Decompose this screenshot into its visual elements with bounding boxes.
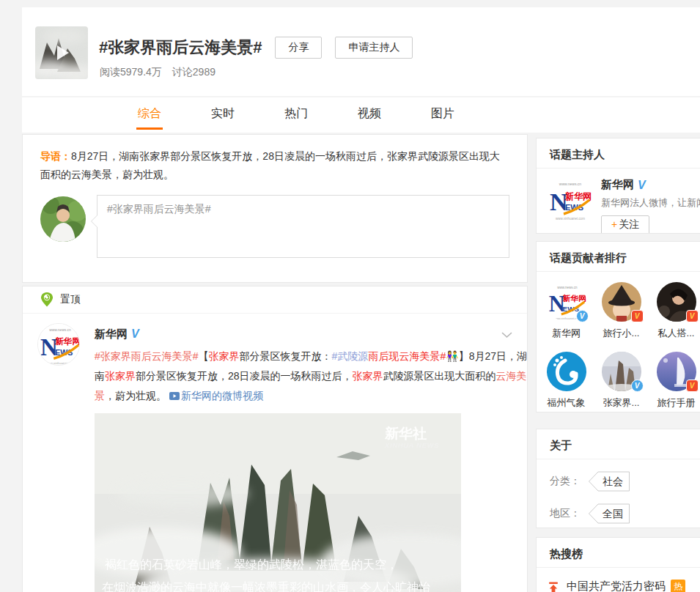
plus-icon: +	[611, 218, 617, 230]
hot-badge: 热	[671, 580, 685, 592]
video-subtitle-line1: 褐红色的石英砂岩山峰，翠绿的武陵松，湛蓝色的天空，	[105, 558, 398, 571]
post-composer: #张家界雨后云海美景#	[40, 195, 509, 258]
reads-count: 阅读5979.4万	[100, 66, 162, 78]
svg-text:社会: 社会	[603, 476, 623, 487]
contributor-travel-blogger[interactable]: V 旅行小...	[594, 282, 648, 340]
post-video-thumbnail[interactable]: 新华社 XINHUA NEWS 褐红色的石英砂岩山峰，翠绿的武陵松，湛蓝色的天空…	[95, 413, 461, 592]
contributor-zhangjiajie[interactable]: V 张家界...	[594, 352, 648, 410]
contributor-private-stylist[interactable]: V 私人搭...	[649, 282, 700, 340]
intro-card: 导语：8月27日，湖南张家界部分景区恢复开放，28日凌晨的一场秋雨过后，张家界武…	[22, 134, 528, 283]
video-watermark-en: XINHUA NEWS	[384, 442, 439, 449]
contributors-card: 话题贡献者排行 V 新华网 V 旅行小... V 私人搭... 福州气象 V 张…	[536, 241, 700, 412]
weibo-video-link[interactable]: 新华网的微博视频	[169, 390, 263, 402]
category-label: 分类：	[550, 475, 588, 488]
discussions-count: 讨论2989	[172, 66, 215, 78]
highlight-keyword: 张家界	[105, 370, 136, 382]
video-watermark-cn: 新华社	[384, 426, 427, 441]
host-description: 新华网法人微博，让新闻离你	[601, 196, 700, 210]
contributor-fuzhou-weather[interactable]: 福州气象	[539, 352, 593, 410]
composer-input[interactable]: #张家界雨后云海美景#	[97, 195, 509, 258]
about-card: 关于 分类： 社会 地区： 全国	[536, 429, 700, 528]
contributor-travel-handbook[interactable]: V 旅行手册	[649, 352, 700, 410]
post-author-name[interactable]: 新华网	[95, 328, 128, 341]
intro-label: 导语：	[40, 150, 71, 162]
topic-intro: 导语：8月27日，湖南张家界部分景区恢复开放，28日凌晨的一场秋雨过后，张家界武…	[23, 135, 527, 184]
video-subtitle-line2: 在烟波浩渺的云海中就像一幅浓墨重彩的山水画，令人心旷神怡	[102, 580, 430, 592]
post-menu-chevron-down-icon[interactable]	[501, 328, 512, 341]
hot-search-text: 中国共产党活力密码	[567, 580, 666, 592]
follow-button[interactable]: +关注	[601, 215, 649, 234]
topic-host-card: 话题主持人 新华网 V 新华网法人微博，让新闻离你 +关注	[536, 138, 700, 234]
hot-search-item[interactable]: 中国共产党活力密码 热	[537, 568, 700, 592]
verified-orange-badge-icon: V	[631, 310, 644, 322]
hashtag-link[interactable]: #武陵源	[332, 350, 369, 362]
video-play-icon	[169, 392, 180, 400]
hot-search-card: 热搜榜 中国共产党活力密码 热	[536, 537, 700, 592]
verified-blue-v-icon: V	[131, 328, 139, 341]
people-emoji: 👫	[446, 350, 458, 362]
contributors-section-title: 话题贡献者排行	[537, 242, 700, 272]
topic-title: #张家界雨后云海美景#	[99, 37, 262, 59]
verified-blue-v-icon: V	[638, 179, 646, 192]
cloud-mountain-thumbnail	[35, 26, 88, 79]
tab-image[interactable]: 图片	[406, 97, 479, 133]
pin-icon	[40, 292, 54, 308]
highlight-keyword: 张家界	[209, 350, 240, 362]
verified-blue-badge-icon: V	[631, 380, 644, 392]
svg-text:全国: 全国	[603, 508, 623, 519]
pinned-bar: 置顶	[23, 286, 527, 314]
topic-cover-image[interactable]	[35, 26, 88, 79]
region-tag[interactable]: 全国	[588, 503, 630, 524]
composer-text: #张家界雨后云海美景#	[97, 196, 509, 223]
top-arrow-icon	[548, 581, 559, 592]
tab-video[interactable]: 视频	[333, 97, 406, 133]
apply-host-button[interactable]: 申请主持人	[335, 37, 413, 59]
host-section-title: 话题主持人	[537, 138, 700, 169]
region-label: 地区：	[550, 507, 588, 520]
contributor-xinhua[interactable]: V 新华网	[539, 282, 593, 340]
current-user-avatar[interactable]	[40, 196, 86, 242]
post-text: #张家界雨后云海美景#【张家界部分景区恢复开放：#武陵源雨后现云海美景#👫】8月…	[95, 347, 528, 406]
about-section-title: 关于	[537, 429, 700, 459]
category-tag[interactable]: 社会	[588, 471, 630, 492]
topic-stats: 阅读5979.4万讨论2989	[100, 66, 226, 79]
highlight-keyword: 张家界	[353, 370, 383, 382]
verified-orange-badge-icon: V	[686, 310, 699, 322]
verified-blue-badge-icon: V	[576, 310, 589, 322]
host-avatar[interactable]	[548, 178, 592, 222]
tab-comprehensive[interactable]: 综合	[113, 97, 186, 133]
hashtag-link[interactable]: 雨后现云海美景#	[368, 350, 446, 362]
verified-orange-badge-icon: V	[686, 380, 699, 392]
intro-text: 8月27日，湖南张家界部分景区恢复开放，28日凌晨的一场秋雨过后，张家界武陵源景…	[40, 150, 500, 180]
hashtag-link[interactable]: #张家界雨后云海美景#	[95, 350, 199, 362]
hot-search-section-title: 热搜榜	[537, 538, 700, 568]
tab-hot[interactable]: 热门	[259, 97, 333, 133]
pinned-label: 置顶	[60, 293, 81, 306]
share-button[interactable]: 分享	[275, 37, 322, 59]
topic-header: #张家界雨后云海美景# 分享 申请主持人 阅读5979.4万讨论2989	[22, 7, 700, 96]
topic-tabbar: 综合 实时 热门 视频 图片	[22, 97, 700, 133]
feed-card: 置顶 新华网 V #张家界雨后云海美景#【张家界部分景区恢复开放：#武陵源雨后现…	[22, 286, 528, 592]
feed-post: 新华网 V #张家界雨后云海美景#【张家界部分景区恢复开放：#武陵源雨后现云海美…	[23, 314, 527, 592]
post-author-avatar[interactable]	[37, 323, 80, 366]
tab-realtime[interactable]: 实时	[186, 97, 259, 133]
host-name[interactable]: 新华网	[601, 178, 634, 192]
